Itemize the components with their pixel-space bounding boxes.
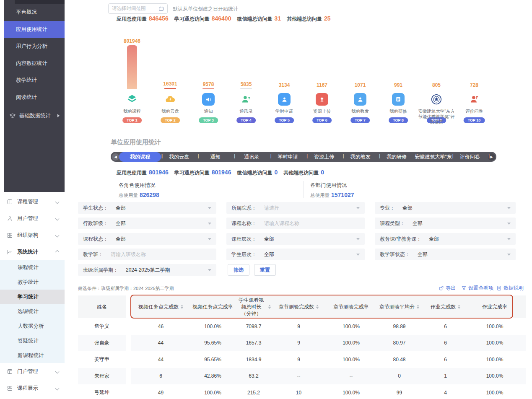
filter-course-type[interactable]: 课程类型：全部 [375, 218, 516, 229]
chevron-down-icon [356, 238, 360, 240]
tab-credit-apply[interactable]: 学时申请 [270, 153, 306, 161]
learning-stats-table: 姓名 视频任务点完成数 视频任务点完成率 学生观看视频总时长（分钟） 章节测验完… [78, 295, 526, 399]
vertical-divider [303, 181, 304, 198]
dark-menu-user-behavior[interactable]: 用户行为分析 [4, 38, 65, 55]
tab-evaluation[interactable]: 评价问卷 [452, 153, 488, 161]
tab-resource-upload[interactable]: 资源上传 [306, 153, 343, 161]
dept-usage-block: 各部门使用情况 总使用量1571027 [310, 182, 354, 199]
chevron-down-icon [55, 233, 60, 237]
layout-icon [7, 385, 13, 391]
table-row: 詹争义 46100.0%7098.79100.0%98.896100.0% [78, 318, 526, 335]
chevron-down-icon [55, 386, 60, 390]
submenu-item-course-stats[interactable]: 课程统计 [0, 260, 65, 275]
dark-menu-teaching-stats[interactable]: 教学统计 [4, 72, 65, 89]
tab-scroll-left-button[interactable]: ◀ [112, 153, 119, 161]
submenu-item-learning-stats[interactable]: 学习统计 [0, 290, 65, 304]
chevron-down-icon [507, 223, 511, 225]
col-quiz-done[interactable]: 章节测验完成数 [272, 295, 325, 318]
top-badge: TOP 4 [236, 117, 256, 123]
tab-university-vote[interactable]: 安徽建筑大学“东 [415, 153, 452, 161]
chevron-down-icon [208, 207, 211, 209]
filter-semester[interactable]: 班级所属学期：2024-2025第二学期 [78, 264, 216, 276]
bar [164, 88, 176, 89]
filter-button[interactable]: 筛选 [228, 264, 249, 276]
credit-apply-icon [264, 92, 304, 107]
sort-icon [316, 305, 319, 309]
sidebar-item-org-structure[interactable]: 组织架构 [0, 227, 65, 244]
col-homework-done[interactable]: 作业完成数 [421, 295, 470, 318]
sidebar-item-label: 用户管理 [17, 215, 38, 222]
dark-menu-platform-overview[interactable]: 平台概况 [4, 4, 65, 21]
submenu-item-teaching-stats[interactable]: 教学统计 [0, 275, 65, 290]
document-icon [496, 285, 502, 291]
sidebar-item-course-management[interactable]: 课程管理 [0, 193, 65, 210]
teaching-dev-icon [340, 92, 380, 107]
column-settings-button[interactable]: 设置查看项 [461, 285, 493, 292]
filter-student-status[interactable]: 学生状态：全部 [78, 202, 216, 214]
dark-menu-content-data[interactable]: 内容数据统计 [4, 55, 65, 72]
tab-training[interactable]: 我的研修 [379, 153, 415, 161]
sidebar-item-label: 课程展示 [17, 385, 38, 392]
filter-student-level[interactable]: 学生层次：全部 [226, 249, 365, 260]
table-row: 张自豪 4495.65%1657.39100.0%80.976100.0% [78, 335, 526, 352]
date-range-picker[interactable]: 请选择时间范围 [108, 3, 168, 14]
table-header-row: 姓名 视频任务点完成数 视频任务点完成率 学生观看视频总时长（分钟） 章节测验完… [78, 295, 526, 318]
submenu-item-enrollment-stats[interactable]: 选课统计 [0, 304, 65, 319]
chart-column-resource-upload: 1167 资源上传 TOP 6 [302, 37, 342, 126]
top-badge: TOP 3 [199, 117, 218, 123]
col-video-minutes[interactable]: 学生观看视频总时长（分钟） [235, 295, 272, 318]
filter-course-status[interactable]: 课程状态：全部 [78, 233, 216, 245]
data-info-button[interactable]: 数据说明 [496, 285, 524, 292]
tab-my-courses[interactable]: 我的课程 [119, 152, 161, 162]
arrow-right-icon [57, 114, 60, 117]
tab-teaching-dev[interactable]: 我的教发 [343, 153, 379, 161]
filter-teaching-class-status[interactable]: 教学班状态：全部 [375, 249, 516, 260]
submenu-item-new-course-stats[interactable]: 新课程统计 [0, 348, 65, 363]
overview-stats-line: 应用总使用量846456 学习通总访问量846400 微信端总访问量31 其他端… [117, 15, 334, 23]
user-icon [7, 215, 13, 222]
submenu-item-bigdata-analysis[interactable]: 大数据分析 [0, 319, 65, 334]
university-seal-icon [416, 92, 457, 107]
filter-teaching-class-input[interactable]: 教学班：请输入班级名称 [78, 249, 216, 260]
filter-academic-course[interactable]: 教务课/非教务课：全部 [375, 233, 516, 245]
table-row: 朱程家 642.86%63.2----01100.0% [78, 368, 526, 385]
filter-course-name-input[interactable]: 课程名称：请输入课程名称 [226, 218, 365, 229]
filter-major[interactable]: 专业：全部 [375, 202, 516, 214]
contacts-icon [226, 92, 266, 107]
dark-menu-base-data-stats[interactable]: 基础数据统计 [4, 107, 65, 124]
tab-my-cloud[interactable]: 我的云盘 [161, 153, 197, 161]
sidebar-item-label: 门户管理 [17, 368, 38, 375]
chevron-down-icon [55, 369, 60, 373]
chart-column-credit-apply: 3134 学时申请 TOP 5 [264, 37, 304, 126]
filter-admin-class[interactable]: 行政班级：全部 [78, 218, 216, 229]
col-quiz-avg[interactable]: 章节测验平均分 [377, 295, 421, 318]
app-tabbar: ◀ 我的课程 我的云盘 通知 通讯录 学时申请 资源上传 我的教发 我的研修 安… [111, 152, 496, 162]
resource-upload-icon [302, 92, 342, 107]
calendar-icon [158, 6, 164, 11]
col-video-tasks-done[interactable]: 视频任务点完成数 [131, 295, 191, 318]
reset-button[interactable]: 重置 [254, 264, 276, 276]
role-usage-block: 各角色使用情况 总使用量826298 [119, 182, 159, 199]
sidebar-item-system-statistics[interactable]: 系统统计 [0, 244, 65, 260]
chevron-down-icon [55, 216, 60, 220]
export-button[interactable]: 导出 [439, 285, 456, 292]
dark-menu-reading-stats[interactable]: 阅读统计 [4, 89, 65, 106]
chart-column-evaluation: 728 评价问卷 TOP 10 [454, 37, 494, 126]
top-badge: TOP 10 [464, 117, 485, 123]
filter-course-level[interactable]: 课程层次：全部 [226, 233, 365, 245]
chevron-up-icon [55, 250, 60, 254]
unit-stats-line: 应用总使用量801946 学习通总访问量801946 微信端总访问量0 其他端总… [117, 169, 327, 176]
top-badge: TOP 8 [389, 117, 408, 123]
sidebar-item-portal-management[interactable]: 门户管理 [0, 363, 65, 380]
funnel-icon [461, 285, 467, 291]
filter-department[interactable]: 所属院系：请选择 [226, 202, 365, 214]
tab-notice[interactable]: 通知 [197, 153, 234, 161]
sidebar-item-course-display[interactable]: 课程展示 [0, 380, 65, 396]
training-icon [378, 92, 418, 107]
tab-contacts[interactable]: 通讯录 [234, 153, 270, 161]
col-homework-rate: 作业完成率 [470, 295, 520, 318]
chevron-down-icon [507, 238, 511, 240]
dark-menu-app-usage-stats[interactable]: 应用使用统计 [4, 21, 65, 38]
submenu-item-qa-stats[interactable]: 答疑统计 [0, 334, 65, 348]
sidebar-item-user-management[interactable]: 用户管理 [0, 210, 65, 227]
